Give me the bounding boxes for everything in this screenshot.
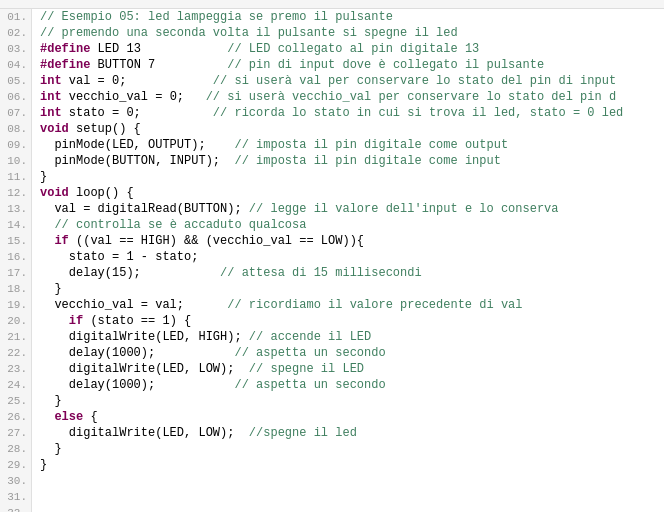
code-segment-plain: stato = 0; xyxy=(62,106,213,120)
code-line: #define LED 13 // LED collegato al pin d… xyxy=(40,41,656,57)
code-segment-plain: pinMode(BUTTON, INPUT); xyxy=(40,154,234,168)
code-container: 01.02.03.04.05.06.07.08.09.10.11.12.13.1… xyxy=(0,9,664,512)
code-line: void setup() { xyxy=(40,121,656,137)
code-segment-plain: BUTTON 7 xyxy=(90,58,227,72)
line-number: 14. xyxy=(4,217,27,233)
code-segment-kw: int xyxy=(40,106,62,120)
code-segment-comment: // Esempio 05: led lampeggia se premo il… xyxy=(40,10,393,24)
code-segment-comment: //spegne il led xyxy=(249,426,357,440)
toolbar xyxy=(0,0,664,9)
line-number: 31. xyxy=(4,489,27,505)
line-number: 18. xyxy=(4,281,27,297)
line-number: 22. xyxy=(4,345,27,361)
code-line: delay(1000); // aspetta un secondo xyxy=(40,345,656,361)
code-segment-comment: // legge il valore dell'input e lo conse… xyxy=(249,202,559,216)
code-segment-plain xyxy=(40,218,54,232)
line-number: 27. xyxy=(4,425,27,441)
code-line: void loop() { xyxy=(40,185,656,201)
line-number: 15. xyxy=(4,233,27,249)
line-number: 12. xyxy=(4,185,27,201)
code-segment-comment: // spegne il LED xyxy=(249,362,364,376)
code-segment-plain: delay(15); xyxy=(40,266,220,280)
code-segment-plain: } xyxy=(40,458,47,472)
line-number: 01. xyxy=(4,9,27,25)
code-segment-plain: digitalWrite(LED, LOW); xyxy=(40,426,249,440)
code-segment-comment: // imposta il pin digitale come input xyxy=(234,154,500,168)
line-number: 29. xyxy=(4,457,27,473)
line-number: 03. xyxy=(4,41,27,57)
line-number: 24. xyxy=(4,377,27,393)
line-number: 11. xyxy=(4,169,27,185)
code-line: } xyxy=(40,441,656,457)
code-segment-plain xyxy=(40,234,54,248)
code-line: pinMode(BUTTON, INPUT); // imposta il pi… xyxy=(40,153,656,169)
code-line: } xyxy=(40,393,656,409)
code-segment-kw: void xyxy=(40,122,69,136)
code-line: } xyxy=(40,169,656,185)
code-segment-comment: // LED collegato al pin digitale 13 xyxy=(227,42,479,56)
code-line: digitalWrite(LED, HIGH); // accende il L… xyxy=(40,329,656,345)
code-segment-kw: if xyxy=(69,314,83,328)
line-numbers: 01.02.03.04.05.06.07.08.09.10.11.12.13.1… xyxy=(0,9,32,512)
code-line: vecchio_val = val; // ricordiamo il valo… xyxy=(40,297,656,313)
code-segment-plain: loop() { xyxy=(69,186,134,200)
code-line: digitalWrite(LED, LOW); // spegne il LED xyxy=(40,361,656,377)
code-line: int val = 0; // si userà val per conserv… xyxy=(40,73,656,89)
code-line: val = digitalRead(BUTTON); // legge il v… xyxy=(40,201,656,217)
code-segment-plain: delay(1000); xyxy=(40,346,234,360)
code-line: else { xyxy=(40,409,656,425)
code-segment-plain: delay(1000); xyxy=(40,378,234,392)
code-line: } xyxy=(40,281,656,297)
code-segment-plain xyxy=(40,314,69,328)
code-segment-plain: } xyxy=(40,170,47,184)
code-line: // premendo una seconda volta il pulsant… xyxy=(40,25,656,41)
code-segment-plain: } xyxy=(40,282,62,296)
code-segment-comment: // si userà vecchio_val per conservare l… xyxy=(206,90,616,104)
code-segment-plain: vecchio_val = val; xyxy=(40,298,227,312)
code-segment-comment: // premendo una seconda volta il pulsant… xyxy=(40,26,458,40)
code-segment-comment: // accende il LED xyxy=(249,330,371,344)
code-line: digitalWrite(LED, LOW); //spegne il led xyxy=(40,425,656,441)
code-line: int stato = 0; // ricorda lo stato in cu… xyxy=(40,105,656,121)
code-segment-plain: { xyxy=(83,410,97,424)
code-segment-comment: // ricorda lo stato in cui si trova il l… xyxy=(213,106,623,120)
line-number: 21. xyxy=(4,329,27,345)
code-line: #define BUTTON 7 // pin di input dove è … xyxy=(40,57,656,73)
code-segment-comment: // attesa di 15 millisecondi xyxy=(220,266,422,280)
code-segment-plain: } xyxy=(40,394,62,408)
code-segment-kw: int xyxy=(40,90,62,104)
code-line: pinMode(LED, OUTPUT); // imposta il pin … xyxy=(40,137,656,153)
code-segment-comment: // imposta il pin digitale come output xyxy=(234,138,508,152)
line-number: 20. xyxy=(4,313,27,329)
code-line: int vecchio_val = 0; // si userà vecchio… xyxy=(40,89,656,105)
code-segment-kw: int xyxy=(40,74,62,88)
line-number: 23. xyxy=(4,361,27,377)
code-segment-plain: digitalWrite(LED, LOW); xyxy=(40,362,249,376)
code-line: } xyxy=(40,457,656,473)
code-segment-plain: pinMode(LED, OUTPUT); xyxy=(40,138,234,152)
code-area: // Esempio 05: led lampeggia se premo il… xyxy=(32,9,664,512)
code-segment-comment: // aspetta un secondo xyxy=(234,346,385,360)
line-number: 06. xyxy=(4,89,27,105)
code-segment-plain: stato = 1 - stato; xyxy=(40,250,198,264)
code-segment-directive: #define xyxy=(40,42,90,56)
code-line: if (stato == 1) { xyxy=(40,313,656,329)
line-number: 05. xyxy=(4,73,27,89)
code-line: stato = 1 - stato; xyxy=(40,249,656,265)
line-number: 26. xyxy=(4,409,27,425)
code-segment-plain xyxy=(40,410,54,424)
code-line: if ((val == HIGH) && (vecchio_val == LOW… xyxy=(40,233,656,249)
code-segment-comment: // pin di input dove è collegato il puls… xyxy=(227,58,544,72)
code-segment-kw: void xyxy=(40,186,69,200)
line-number: 32. xyxy=(4,505,27,512)
code-segment-directive: #define xyxy=(40,58,90,72)
line-number: 09. xyxy=(4,137,27,153)
code-segment-plain: (stato == 1) { xyxy=(83,314,191,328)
line-number: 17. xyxy=(4,265,27,281)
line-number: 04. xyxy=(4,57,27,73)
code-segment-plain: digitalWrite(LED, HIGH); xyxy=(40,330,249,344)
code-segment-comment: // ricordiamo il valore precedente di va… xyxy=(227,298,522,312)
code-segment-plain: ((val == HIGH) && (vecchio_val == LOW)){ xyxy=(69,234,364,248)
line-number: 07. xyxy=(4,105,27,121)
code-segment-plain: setup() { xyxy=(69,122,141,136)
